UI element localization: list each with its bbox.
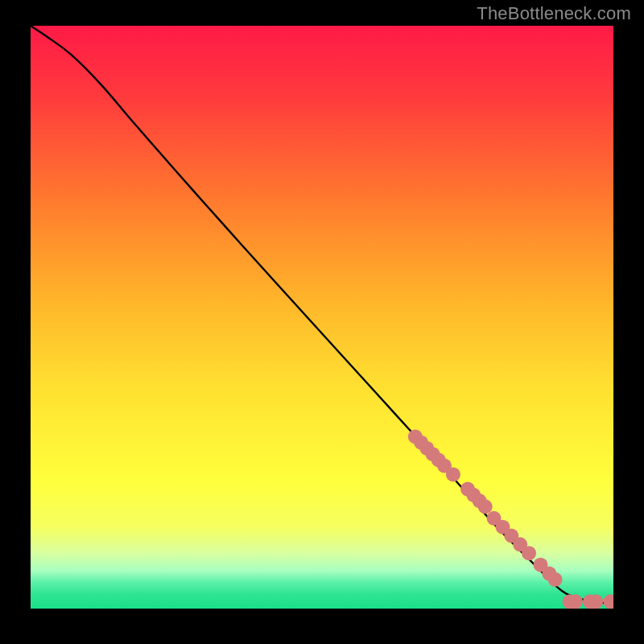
data-point [478,499,493,514]
data-point [522,546,536,560]
plot-area [31,26,613,609]
data-point [548,572,563,587]
data-point [446,467,460,481]
chart-svg [31,26,613,609]
chart-background [31,26,613,609]
chart-frame: TheBottleneck.com [0,0,644,644]
data-point [588,594,603,609]
data-point [568,594,583,609]
attribution-text: TheBottleneck.com [477,3,631,24]
